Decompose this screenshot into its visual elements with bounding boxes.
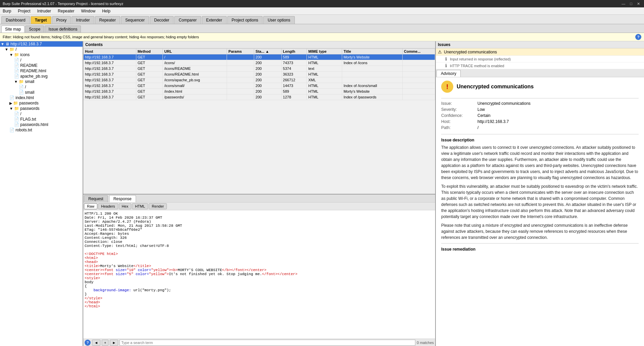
tab-decoder[interactable]: Decoder — [150, 16, 174, 24]
tree-item[interactable]: 📄 README — [0, 63, 83, 68]
menu-repeater[interactable]: Repeater — [56, 8, 76, 14]
tab-proxy[interactable]: Proxy — [52, 16, 71, 24]
tab-request[interactable]: Request — [84, 195, 108, 202]
table-cell: HTML — [307, 60, 342, 66]
tab-target[interactable]: Target — [31, 16, 51, 24]
format-tab-hex[interactable]: Hex — [119, 203, 132, 209]
tree-item[interactable]: ▼ 📁 icons — [0, 52, 83, 57]
tree-item[interactable]: 📄 passwords.html — [0, 122, 83, 127]
advisory-title-row: ! Unencrypted communications — [441, 81, 639, 93]
search-help-icon[interactable]: ? — [85, 340, 91, 346]
tab-project-options[interactable]: Project options — [227, 16, 263, 24]
divider — [441, 134, 639, 134]
subtab-site-map[interactable]: Site map — [1, 26, 25, 33]
table-row[interactable]: http://192.168.3.7GET/passwords/2001278H… — [84, 94, 435, 100]
col-comment[interactable]: Comme... — [403, 49, 435, 54]
tree-item[interactable]: 📄 small — [0, 90, 83, 95]
tree-item[interactable]: 📄 / — [0, 111, 83, 117]
table-header-row: Host Method URL Params Sta... ▲ Length M… — [84, 49, 435, 54]
tab-sequencer[interactable]: Sequencer — [121, 16, 149, 24]
tab-dashboard[interactable]: Dashboard — [1, 16, 30, 24]
menu-help[interactable]: Help — [101, 8, 112, 14]
tree-item[interactable]: ▼ 📁 small — [0, 79, 83, 84]
table-row[interactable]: http://192.168.3.7GET/icons/README.html2… — [84, 72, 435, 77]
tree-item[interactable]: ▶ 📁 passwords — [0, 100, 83, 106]
search-prev-button[interactable]: + — [102, 340, 108, 346]
contents-table-wrapper[interactable]: Host Method URL Params Sta... ▲ Length M… — [83, 48, 435, 194]
title-bar: Burp Suite Professional v2.1.07 - Tempor… — [0, 0, 644, 7]
info-icon: ℹ — [445, 63, 447, 68]
table-cell: http://192.168.3.7 — [84, 77, 136, 83]
table-cell: /icons/small/ — [163, 83, 227, 89]
filter-text: Filter: Hiding not found items; hiding C… — [3, 35, 199, 39]
table-cell: 200 — [254, 60, 282, 66]
minimize-button[interactable]: — — [620, 2, 627, 6]
table-cell: GET — [136, 60, 163, 66]
tree-item[interactable]: 📄 / — [0, 84, 83, 90]
advisory-warning-icon: ! — [441, 81, 453, 93]
menu-project[interactable]: Project — [16, 8, 32, 14]
file-icon: 📄 — [14, 58, 19, 62]
tree-item[interactable]: 📄 / — [0, 57, 83, 63]
tree-root[interactable]: ▼ 🖥 http://192.168.3.7 — [0, 41, 83, 47]
col-url[interactable]: URL — [163, 49, 227, 54]
maximize-button[interactable]: □ — [629, 2, 634, 6]
menu-window[interactable]: Window — [80, 8, 97, 14]
tree-item[interactable]: 📄 index.html — [0, 95, 83, 100]
tree-item[interactable]: 📄 README.html — [0, 68, 83, 74]
format-tab-headers[interactable]: Headers — [98, 203, 118, 209]
table-cell: http://192.168.3.7 — [84, 54, 136, 60]
table-row[interactable]: http://192.168.3.7GET/200589HTMLMorty's … — [84, 54, 435, 60]
tab-intruder[interactable]: Intruder — [72, 16, 94, 24]
tree-item[interactable]: 📄 FLAG.txt — [0, 117, 83, 122]
confidence-label: Confidence: — [441, 113, 475, 118]
issue-item-input-returned[interactable]: ℹ Input returned in response (reflected) — [436, 56, 644, 62]
tree-item[interactable]: 📄 robots.txt — [0, 127, 83, 133]
right-panel-inner: Issues ⚠ Unencrypted communications ℹ In… — [436, 41, 644, 346]
filter-bar[interactable]: Filter: Hiding not found items; hiding C… — [0, 33, 644, 41]
subtab-issue-definitions[interactable]: Issue definitions — [45, 26, 81, 33]
table-row[interactable]: http://192.168.3.7GET/icons/small/200144… — [84, 83, 435, 89]
table-row[interactable]: http://192.168.3.7GET/index.html200589HT… — [84, 89, 435, 94]
col-title[interactable]: Title — [342, 49, 403, 54]
tree-item[interactable]: ▼ 📁 passwords — [0, 106, 83, 111]
table-row[interactable]: http://192.168.3.7GET/icons/README200537… — [84, 66, 435, 72]
subtab-scope[interactable]: Scope — [25, 26, 44, 33]
table-row[interactable]: http://192.168.3.7GET/icons/apache_pb.sv… — [84, 77, 435, 83]
col-mime[interactable]: MIME type — [307, 49, 342, 54]
tree-label: / — [19, 58, 21, 62]
tab-repeater[interactable]: Repeater — [95, 16, 120, 24]
col-host[interactable]: Host — [84, 49, 136, 54]
right-panel: Issues ⚠ Unencrypted communications ℹ In… — [436, 41, 644, 346]
tab-user-options[interactable]: User options — [263, 16, 294, 24]
col-status[interactable]: Sta... ▲ — [254, 49, 282, 54]
menu-intruder[interactable]: Intruder — [36, 8, 52, 14]
tab-response[interactable]: Response — [109, 195, 136, 202]
col-params[interactable]: Params — [227, 49, 254, 54]
tab-comparer[interactable]: Comparer — [174, 16, 201, 24]
issue-item-unencrypted[interactable]: ⚠ Unencrypted communications — [436, 48, 644, 56]
advisory-tab-bar: Advisory — [436, 69, 644, 77]
help-icon[interactable]: ? — [635, 34, 641, 40]
advisory-content: ! Unencrypted communications Issue: Unen… — [436, 77, 644, 346]
col-method[interactable]: Method — [136, 49, 163, 54]
tree-item[interactable]: 📄 apache_pb.svg — [0, 74, 83, 79]
col-length[interactable]: Length — [281, 49, 307, 54]
format-tab-html[interactable]: HTML — [132, 203, 148, 209]
expand-icon: ▼ — [1, 42, 4, 46]
table-cell: text — [307, 66, 342, 72]
menu-burp[interactable]: Burp — [1, 8, 12, 14]
format-tab-raw[interactable]: Raw — [84, 203, 97, 209]
search-next-button[interactable]: ► — [110, 340, 118, 346]
main-layout: ▼ 🖥 http://192.168.3.7 ▼ 📁 / ▼ 📁 icons 📄… — [0, 41, 644, 346]
table-row[interactable]: http://192.168.3.7GET/icons/20074373HTML… — [84, 60, 435, 66]
issue-item-http-trace[interactable]: ℹ HTTP TRACE method is enabled — [436, 62, 644, 69]
tab-advisory[interactable]: Advisory — [436, 70, 461, 77]
format-tab-render[interactable]: Render — [149, 203, 167, 209]
tab-extender[interactable]: Extender — [202, 16, 227, 24]
tree-item[interactable]: ▼ 📁 / — [0, 47, 83, 52]
close-button[interactable]: ✕ — [636, 2, 641, 6]
search-prev-prev-button[interactable]: ◄ — [92, 340, 100, 346]
search-input[interactable] — [120, 340, 415, 346]
tree-label: passwords — [18, 101, 39, 105]
